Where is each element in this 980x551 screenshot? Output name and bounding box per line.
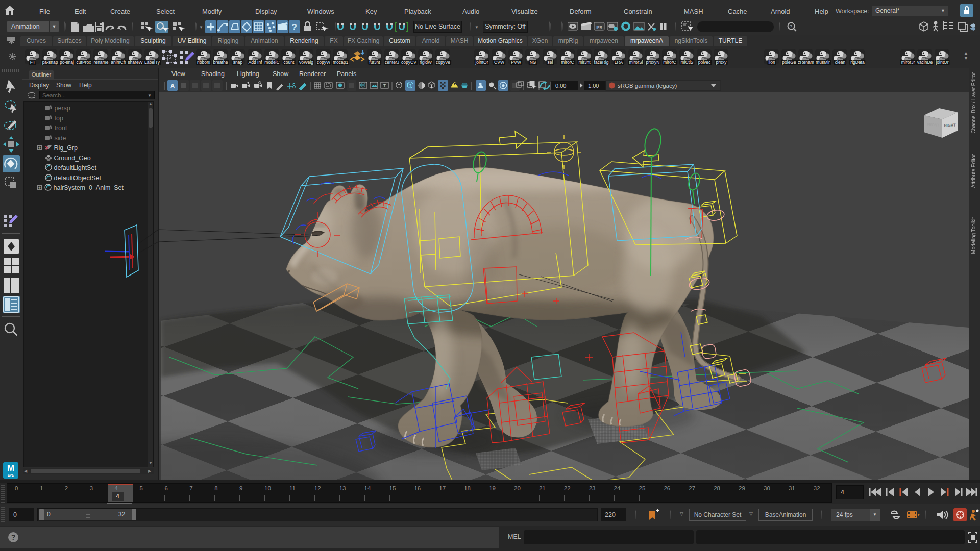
svg-text:1.00: 1.00 xyxy=(588,83,599,89)
svg-text:FRONT: FRONT xyxy=(927,122,940,127)
svg-text:T: T xyxy=(383,83,386,88)
svg-text:RIGHT: RIGHT xyxy=(944,123,956,128)
svg-text:IPR: IPR xyxy=(596,26,602,29)
svg-text:0.00: 0.00 xyxy=(555,83,566,89)
svg-text:?: ? xyxy=(292,22,297,32)
svg-text:A: A xyxy=(170,83,175,90)
svg-text:?: ? xyxy=(790,24,792,29)
svg-text:sRGB gamma (legacy): sRGB gamma (legacy) xyxy=(618,83,677,89)
